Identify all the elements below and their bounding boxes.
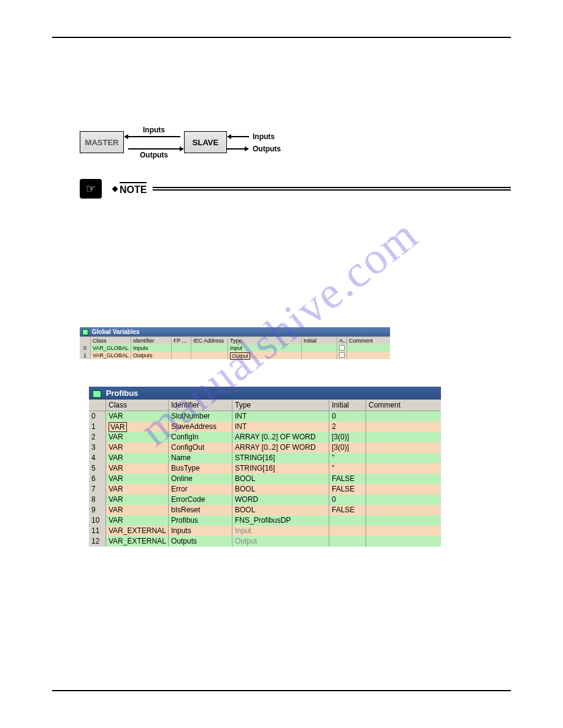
cell-class[interactable]: VAR — [106, 453, 169, 463]
gv-header-fp[interactable]: FP ... — [172, 337, 191, 344]
cell-comment[interactable] — [366, 505, 441, 515]
cell-initial[interactable]: [3(0)] — [329, 432, 366, 442]
cell-class[interactable]: VAR — [106, 515, 169, 526]
cell-comment[interactable] — [366, 536, 441, 547]
cell-class[interactable]: VAR — [106, 474, 169, 484]
table-row[interactable]: 1VARSlaveAddressINT2 — [89, 422, 441, 432]
cell-type[interactable]: Input — [232, 526, 329, 536]
cell-iec[interactable] — [191, 344, 228, 352]
table-row[interactable]: 9VARbIsResetBOOLFALSE — [89, 505, 441, 515]
gv-header-initial[interactable]: Initial — [302, 337, 337, 344]
cell-initial[interactable] — [329, 526, 366, 536]
cell-fp[interactable] — [172, 352, 191, 359]
cell-type[interactable]: INT — [232, 411, 329, 422]
table-row[interactable]: 5VARBusTypeSTRING[16]'' — [89, 463, 441, 474]
cell-class[interactable]: VAR — [106, 442, 169, 453]
table-row[interactable]: 6VAROnlineBOOLFALSE — [89, 474, 441, 484]
cell-type[interactable]: FNS_ProfibusDP — [232, 515, 329, 526]
cell-class[interactable]: VAR — [106, 484, 169, 495]
cell-type[interactable]: Output — [232, 536, 329, 547]
cell-initial[interactable]: 0 — [329, 495, 366, 505]
gv-header-a[interactable]: A... — [337, 337, 347, 344]
cell-comment[interactable] — [366, 495, 441, 505]
cell-initial[interactable] — [329, 515, 366, 526]
table-row[interactable]: 0VARSlotNumberINT0 — [89, 411, 441, 422]
cell-checkbox[interactable] — [337, 352, 347, 359]
cell-initial[interactable]: FALSE — [329, 474, 366, 484]
cell-initial[interactable]: '' — [329, 453, 366, 463]
table-row[interactable]: 7VARErrorBOOLFALSE — [89, 484, 441, 495]
cell-identifier[interactable]: Outputs — [169, 536, 232, 547]
cell-type[interactable]: ARRAY [0..2] OF WORD — [232, 442, 329, 453]
cell-comment[interactable] — [366, 422, 441, 432]
checkbox-icon[interactable] — [339, 345, 345, 351]
cell-class[interactable]: VAR_GLOBAL — [91, 352, 131, 359]
cell-identifier[interactable]: Inputs — [131, 344, 172, 352]
cell-class[interactable]: VAR — [106, 411, 169, 422]
gv-header-class[interactable]: Class — [91, 337, 131, 344]
gv-header-comment[interactable]: Comment — [347, 337, 390, 344]
cell-class[interactable]: VAR — [106, 432, 169, 442]
cell-class[interactable]: VAR — [106, 422, 169, 432]
cell-type[interactable]: ARRAY [0..2] OF WORD — [232, 432, 329, 442]
cell-comment[interactable] — [347, 352, 390, 359]
cell-comment[interactable] — [366, 442, 441, 453]
cell-initial[interactable]: '' — [329, 463, 366, 474]
cell-type[interactable]: Output — [228, 352, 302, 359]
cell-initial[interactable]: [3(0)] — [329, 442, 366, 453]
pf-header-identifier[interactable]: Identifier — [169, 400, 232, 411]
cell-initial[interactable]: 2 — [329, 422, 366, 432]
cell-class[interactable]: VAR_EXTERNAL — [106, 536, 169, 547]
cell-initial[interactable] — [329, 536, 366, 547]
table-row[interactable]: 1VAR_GLOBALOutputsOutput — [80, 352, 390, 359]
cell-comment[interactable] — [366, 474, 441, 484]
cell-comment[interactable] — [366, 411, 441, 422]
cell-initial[interactable]: 0 — [329, 411, 366, 422]
table-row[interactable]: 3VARConfigOutARRAY [0..2] OF WORD[3(0)] — [89, 442, 441, 453]
cell-type[interactable]: Input — [228, 344, 302, 352]
cell-checkbox[interactable] — [337, 344, 347, 352]
table-row[interactable]: 0VAR_GLOBALInputsInput — [80, 344, 390, 352]
cell-initial[interactable] — [302, 352, 337, 359]
cell-initial[interactable]: FALSE — [329, 505, 366, 515]
cell-class[interactable]: VAR_GLOBAL — [91, 344, 131, 352]
cell-class[interactable]: VAR — [106, 505, 169, 515]
cell-identifier[interactable]: BusType — [169, 463, 232, 474]
cell-type[interactable]: STRING[16] — [232, 463, 329, 474]
cell-identifier[interactable]: Online — [169, 474, 232, 484]
cell-fp[interactable] — [172, 344, 191, 352]
cell-type[interactable]: STRING[16] — [232, 453, 329, 463]
cell-identifier[interactable]: SlotNumber — [169, 411, 232, 422]
cell-identifier[interactable]: ConfigIn — [169, 432, 232, 442]
cell-identifier[interactable]: Error — [169, 484, 232, 495]
table-row[interactable]: 10VARProfibusFNS_ProfibusDP — [89, 515, 441, 526]
table-row[interactable]: 11VAR_EXTERNALInputsInput — [89, 526, 441, 536]
cell-comment[interactable] — [366, 432, 441, 442]
cell-initial[interactable]: FALSE — [329, 484, 366, 495]
cell-type[interactable]: WORD — [232, 495, 329, 505]
cell-initial[interactable] — [302, 344, 337, 352]
gv-header-identifier[interactable]: Identifier — [131, 337, 172, 344]
cell-comment[interactable] — [347, 344, 390, 352]
gv-header-type[interactable]: Type — [228, 337, 302, 344]
cell-type[interactable]: BOOL — [232, 505, 329, 515]
cell-comment[interactable] — [366, 526, 441, 536]
cell-class[interactable]: VAR — [106, 495, 169, 505]
cell-type[interactable]: INT — [232, 422, 329, 432]
cell-identifier[interactable]: Name — [169, 453, 232, 463]
cell-class[interactable]: VAR — [106, 463, 169, 474]
cell-iec[interactable] — [191, 352, 228, 359]
cell-identifier[interactable]: Outputs — [131, 352, 172, 359]
table-row[interactable]: 12VAR_EXTERNALOutputsOutput — [89, 536, 441, 547]
cell-type[interactable]: BOOL — [232, 484, 329, 495]
cell-comment[interactable] — [366, 515, 441, 526]
gv-header-iec[interactable]: IEC Address — [191, 337, 228, 344]
cell-class[interactable]: VAR_EXTERNAL — [106, 526, 169, 536]
pf-header-type[interactable]: Type — [232, 400, 329, 411]
pf-header-class[interactable]: Class — [106, 400, 169, 411]
cell-type[interactable]: BOOL — [232, 474, 329, 484]
cell-comment[interactable] — [366, 463, 441, 474]
table-row[interactable]: 2VARConfigInARRAY [0..2] OF WORD[3(0)] — [89, 432, 441, 442]
table-row[interactable]: 4VARNameSTRING[16]'' — [89, 453, 441, 463]
pf-header-comment[interactable]: Comment — [366, 400, 441, 411]
